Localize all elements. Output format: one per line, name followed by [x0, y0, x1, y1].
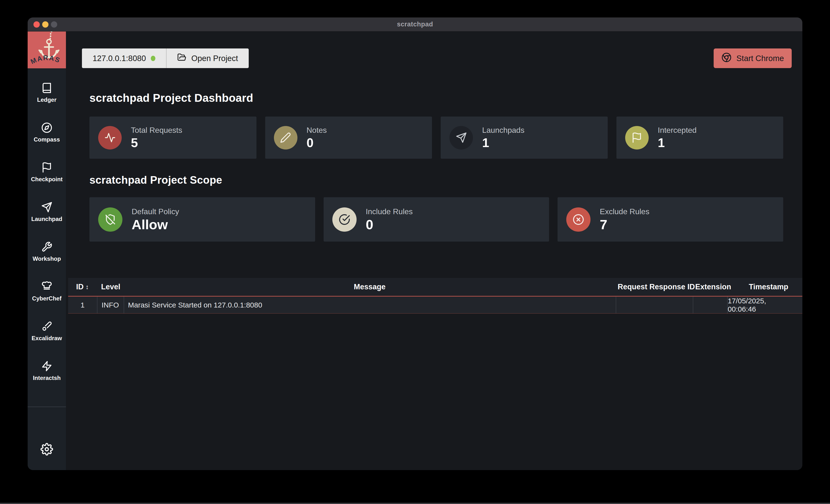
open-project-label: Open Project [191, 54, 238, 63]
sidebar-item-label: Compass [34, 136, 60, 143]
marasi-logo: MARASI [28, 32, 66, 68]
lightning-icon [41, 361, 52, 373]
scope-label: Default Policy [132, 207, 179, 216]
check-circle-icon [332, 207, 357, 232]
scope-value: 7 [600, 217, 649, 232]
sidebar-item-cyberchef[interactable]: CyberChef [32, 281, 61, 302]
stat-value: 1 [658, 136, 697, 149]
sidebar-item-workshop[interactable]: Workshop [33, 241, 61, 262]
log-cell-message: Marasi Service Started on 127.0.0.1:8080 [124, 297, 616, 313]
log-row[interactable]: 1 INFO Marasi Service Started on 127.0.0… [68, 297, 802, 313]
log-cell-extension [693, 297, 727, 313]
minimize-window-button[interactable] [42, 21, 49, 28]
log-cell-id: 1 [68, 297, 97, 313]
start-chrome-label: Start Chrome [736, 54, 784, 63]
compass-icon [41, 122, 52, 134]
proxy-control: 127.0.0.1:8080 Open Project [82, 48, 249, 68]
log-table: ID ↕ Level Message Request Response ID E… [68, 278, 802, 313]
x-circle-icon [566, 207, 590, 232]
column-header-id-label: ID [76, 282, 84, 291]
stat-card-intercepted: Intercepted 1 [616, 116, 784, 159]
stat-value: 0 [307, 136, 327, 149]
column-header-message: Message [124, 282, 616, 291]
sidebar-footer [28, 407, 66, 470]
anchor-icon: MARASI [28, 32, 66, 68]
proxy-address-button[interactable]: 127.0.0.1:8080 [82, 48, 166, 68]
sidebar-item-label: Checkpoint [31, 176, 63, 183]
sort-icon: ↕ [86, 283, 89, 291]
stat-card-notes: Notes 0 [265, 116, 432, 159]
stat-label: Total Requests [131, 126, 182, 135]
start-chrome-button[interactable]: Start Chrome [714, 48, 792, 68]
window-title: scratchpad [28, 18, 802, 31]
stat-card-launchpads: Launchpads 1 [441, 116, 608, 159]
scope-value: 0 [366, 217, 413, 232]
column-header-id[interactable]: ID ↕ [68, 282, 97, 291]
brush-icon [41, 321, 52, 333]
sidebar-item-compass[interactable]: Compass [34, 122, 60, 143]
proxy-address-label: 127.0.0.1:8080 [93, 54, 146, 63]
stat-label: Intercepted [658, 126, 697, 135]
open-project-button[interactable]: Open Project [166, 48, 249, 68]
log-cell-level: INFO [97, 297, 124, 313]
stat-label: Notes [307, 126, 327, 135]
sidebar-item-launchpad[interactable]: Launchpad [31, 202, 62, 223]
fullscreen-window-button[interactable] [51, 21, 57, 28]
chef-hat-icon [41, 281, 52, 293]
logo-text: MARASI [28, 32, 62, 65]
stat-value: 5 [131, 136, 182, 149]
sidebar-nav: Ledger Compass Checkpoint Launchpad [28, 68, 66, 381]
flag-icon [41, 162, 52, 174]
sidebar-item-excalidraw[interactable]: Excalidraw [32, 321, 62, 342]
svg-text:MARASI: MARASI [28, 32, 62, 65]
sidebar-item-label: Ledger [37, 96, 57, 103]
sidebar-item-label: Excalidraw [32, 335, 62, 342]
sidebar-item-interactsh[interactable]: Interactsh [33, 361, 61, 381]
traffic-lights [33, 21, 57, 28]
book-icon [41, 82, 52, 95]
stat-card-total-requests: Total Requests 5 [90, 116, 256, 159]
sidebar-item-ledger[interactable]: Ledger [37, 82, 57, 103]
dashboard-title: scratchpad Project Dashboard [90, 91, 802, 104]
sidebar-item-checkpoint[interactable]: Checkpoint [31, 162, 63, 183]
sidebar-item-label: Launchpad [31, 216, 62, 223]
column-header-timestamp: Timestamp [727, 282, 802, 291]
column-header-extension: Extension [693, 282, 727, 291]
paper-plane-icon [41, 202, 52, 214]
scope-cards: Default Policy Allow Include Rules 0 [66, 197, 802, 242]
close-window-button[interactable] [33, 21, 40, 28]
folder-open-icon [177, 53, 186, 64]
main-content: 127.0.0.1:8080 Open Project Start Chrome [66, 32, 802, 470]
activity-icon [98, 126, 122, 149]
app-window: scratchpad MARASI [28, 18, 802, 470]
scope-label: Include Rules [366, 207, 413, 216]
log-cell-timestamp: 17/05/2025, 00:06:46 [727, 297, 802, 313]
bottom-edge [0, 503, 830, 504]
flag-icon [625, 126, 649, 149]
desktop-background: scratchpad MARASI [0, 0, 830, 504]
scope-card-default-policy: Default Policy Allow [90, 197, 315, 242]
settings-button[interactable] [40, 443, 53, 456]
stat-value: 1 [482, 136, 524, 149]
scope-title: scratchpad Project Scope [90, 174, 802, 186]
paper-plane-icon [449, 126, 473, 149]
titlebar: scratchpad [28, 18, 802, 32]
log-table-header: ID ↕ Level Message Request Response ID E… [68, 278, 802, 297]
wrench-icon [41, 241, 52, 254]
topbar: 127.0.0.1:8080 Open Project Start Chrome [66, 48, 802, 68]
sidebar-item-label: CyberChef [32, 295, 61, 302]
scope-card-include-rules: Include Rules 0 [324, 197, 549, 242]
scope-label: Exclude Rules [600, 207, 649, 216]
stat-label: Launchpads [482, 126, 524, 135]
sidebar: MARASI Ledger Compass Check [28, 32, 66, 470]
pencil-icon [274, 126, 297, 149]
shield-off-icon [98, 207, 122, 232]
log-cell-request-response-id [616, 297, 693, 313]
column-header-level: Level [97, 282, 124, 291]
scope-card-exclude-rules: Exclude Rules 7 [557, 197, 783, 242]
gear-icon [40, 452, 53, 456]
dashboard-cards: Total Requests 5 Notes 0 L [66, 116, 802, 159]
online-status-dot [151, 56, 155, 61]
sidebar-item-label: Workshop [33, 256, 61, 262]
chrome-icon [722, 52, 732, 64]
